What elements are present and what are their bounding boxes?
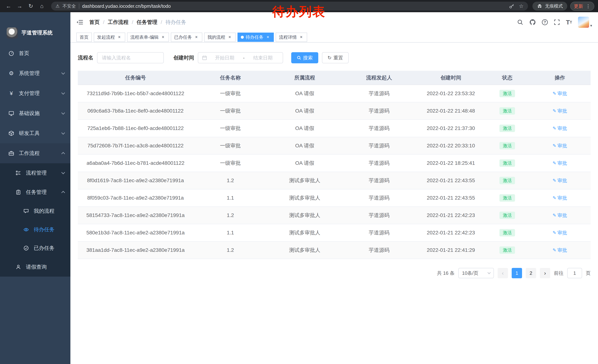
sidebar-item-home[interactable]: 首页 — [0, 43, 70, 63]
pen-icon: ✎ — [553, 126, 556, 131]
close-icon[interactable]: × — [160, 35, 166, 40]
avatar[interactable] — [578, 17, 589, 28]
sidebar-item-label: 请假查询 — [26, 263, 47, 270]
chevron-down-icon — [61, 131, 65, 135]
page-button-2[interactable]: 2 — [526, 268, 536, 278]
bookmark-star-icon[interactable]: ☆ — [519, 3, 523, 9]
prev-page-button[interactable]: ‹ — [498, 268, 508, 278]
table-row[interactable]: 75d72608-7b7f-11ec-a3c8-acde48001122 一级审… — [78, 137, 590, 154]
font-size-icon[interactable]: TT — [566, 19, 572, 25]
approve-link[interactable]: ✎审批 — [553, 247, 567, 253]
browser-menu-icon[interactable]: ⋮ — [586, 3, 590, 9]
workflow-submenu: 流程管理 任务管理 我的流程 — [0, 163, 70, 277]
goto-page-input[interactable] — [567, 268, 582, 278]
table-row[interactable]: 069c6a63-7b8a-11ec-8ef0-acde48001122 一级审… — [78, 102, 590, 120]
approve-link[interactable]: ✎审批 — [553, 230, 567, 236]
tab-process-form-edit[interactable]: 流程表单-编辑 × — [127, 32, 169, 42]
col-status: 状态 — [486, 71, 529, 85]
sidebar-item-my-processes[interactable]: 我的流程 — [0, 202, 70, 220]
pen-icon: ✎ — [553, 143, 556, 148]
sidebar-item-label: 我的流程 — [34, 208, 54, 215]
approve-link[interactable]: ✎审批 — [553, 177, 567, 184]
browser-update-button[interactable]: 更新 ⋮ — [570, 2, 594, 11]
app-logo-row[interactable]: 芋道管理系统 — [0, 12, 70, 43]
url-divider — [79, 4, 79, 9]
github-icon[interactable] — [529, 19, 536, 25]
breadcrumb-separator: / — [132, 19, 133, 25]
search-icon[interactable] — [517, 19, 523, 25]
sidebar-toggle-icon[interactable] — [76, 19, 83, 25]
cell-process: 测试多审批人 — [267, 172, 342, 189]
url-text: dashboard.yudao.iocoder.cn/bpm/task/todo — [82, 4, 171, 9]
close-icon[interactable]: × — [227, 35, 232, 40]
goto-page-suffix: 页 — [586, 270, 590, 276]
sidebar-item-system[interactable]: ⚙ 系统管理 — [0, 63, 70, 83]
sidebar-item-done-tasks[interactable]: 已办任务 — [0, 239, 70, 257]
sidebar-item-payment[interactable]: ¥ 支付管理 — [0, 83, 70, 103]
browser-back-icon[interactable]: ← — [4, 1, 13, 11]
approve-link[interactable]: ✎审批 — [553, 160, 567, 166]
table-row[interactable]: a6aba0a4-7b6d-11ec-b781-acde48001122 一级审… — [78, 154, 590, 172]
close-icon[interactable]: × — [265, 35, 270, 40]
help-icon[interactable]: ? — [542, 19, 548, 25]
approve-link[interactable]: ✎审批 — [553, 108, 567, 114]
browser-home-icon[interactable]: ⌂ — [37, 1, 47, 11]
tab-start-process[interactable]: 发起流程 × — [94, 32, 125, 42]
approve-link[interactable]: ✎审批 — [553, 125, 567, 132]
sidebar-item-label: 任务管理 — [26, 189, 47, 196]
tab-home[interactable]: 首页 — [76, 32, 92, 42]
page-size-select[interactable]: 10条/页 — [458, 268, 494, 278]
cell-task-id: 8f0d1619-7ac8-11ec-a9e2-a2380e71991a — [78, 172, 193, 189]
refresh-icon: ↻ — [328, 55, 332, 60]
breadcrumb-home[interactable]: 首页 — [89, 19, 100, 26]
sidebar-item-task-management[interactable]: 任务管理 — [0, 183, 70, 202]
close-icon[interactable]: × — [299, 35, 304, 40]
tab-done-tasks[interactable]: 已办任务 × — [171, 32, 202, 42]
user-menu[interactable]: ▾ — [578, 17, 592, 28]
approve-link[interactable]: ✎审批 — [553, 143, 567, 149]
browser-reload-icon[interactable]: ↻ — [26, 1, 36, 11]
sidebar-item-leave-query[interactable]: 请假查询 — [0, 257, 70, 277]
breadcrumb-workflow[interactable]: 工作流程 — [108, 19, 129, 26]
end-date-placeholder: 结束日期 — [247, 55, 279, 61]
browser-forward-icon[interactable]: → — [15, 1, 25, 11]
table-row[interactable]: 58154733-7ac8-11ec-a9e2-a2380e71991a 1.2… — [78, 207, 590, 224]
status-badge: 激活 — [499, 212, 515, 219]
password-key-icon[interactable] — [509, 3, 515, 9]
sidebar-item-process-management[interactable]: 流程管理 — [0, 163, 70, 183]
sidebar-item-devtools[interactable]: 研发工具 — [0, 123, 70, 143]
sidebar-item-label: 工作流程 — [19, 150, 40, 157]
next-page-button[interactable]: › — [540, 268, 550, 278]
approve-link[interactable]: ✎审批 — [553, 195, 567, 201]
cell-task-id: 73211d9d-7b9b-11ec-b5b7-acde48001122 — [78, 85, 193, 102]
page-button-1[interactable]: 1 — [512, 268, 522, 278]
tab-my-processes[interactable]: 我的流程 × — [204, 32, 236, 42]
close-icon[interactable]: × — [117, 35, 122, 40]
table-row[interactable]: 381aa1dd-7ac8-11ec-a9e2-a2380e71991a 1.2… — [78, 242, 590, 259]
search-button[interactable]: 搜索 — [291, 52, 318, 63]
table-row[interactable]: 73211d9d-7b9b-11ec-b5b7-acde48001122 一级审… — [78, 85, 590, 102]
table-row[interactable]: 580e1b3d-7ac8-11ec-a9e2-a2380e71991a 1.1… — [78, 224, 590, 242]
breadcrumb-task-management[interactable]: 任务管理 — [137, 19, 158, 26]
tab-process-detail[interactable]: 流程详情 × — [276, 32, 307, 42]
next-icon: › — [544, 270, 546, 276]
table-row[interactable]: 8f059c03-7ac8-11ec-a9e2-a2380e71991a 1.1… — [78, 189, 590, 207]
incognito-icon — [537, 3, 542, 9]
reset-button[interactable]: ↻ 重置 — [322, 52, 349, 63]
sidebar-item-todo-tasks[interactable]: 待办任务 — [0, 220, 70, 239]
table-row[interactable]: 8f0d1619-7ac8-11ec-a9e2-a2380e71991a 1.2… — [78, 172, 590, 189]
status-badge: 激活 — [499, 159, 515, 167]
tab-todo-tasks[interactable]: 待办任务 × — [238, 32, 274, 42]
sidebar-item-workflow[interactable]: 工作流程 — [0, 143, 70, 163]
approve-link[interactable]: ✎审批 — [553, 212, 567, 219]
eye-icon — [23, 226, 29, 233]
cell-task-id: 75d72608-7b7f-11ec-a3c8-acde48001122 — [78, 137, 193, 154]
range-separator: - — [242, 55, 245, 61]
date-range-picker[interactable]: 开始日期 - 结束日期 — [198, 52, 283, 63]
process-name-input[interactable] — [97, 52, 164, 63]
table-row[interactable]: 725a1eb6-7b88-11ec-8ef0-acde48001122 一级审… — [78, 120, 590, 137]
approve-link[interactable]: ✎审批 — [553, 90, 567, 97]
close-icon[interactable]: × — [194, 35, 199, 40]
sidebar-item-infrastructure[interactable]: 基础设施 — [0, 103, 70, 123]
fullscreen-icon[interactable] — [554, 19, 560, 25]
